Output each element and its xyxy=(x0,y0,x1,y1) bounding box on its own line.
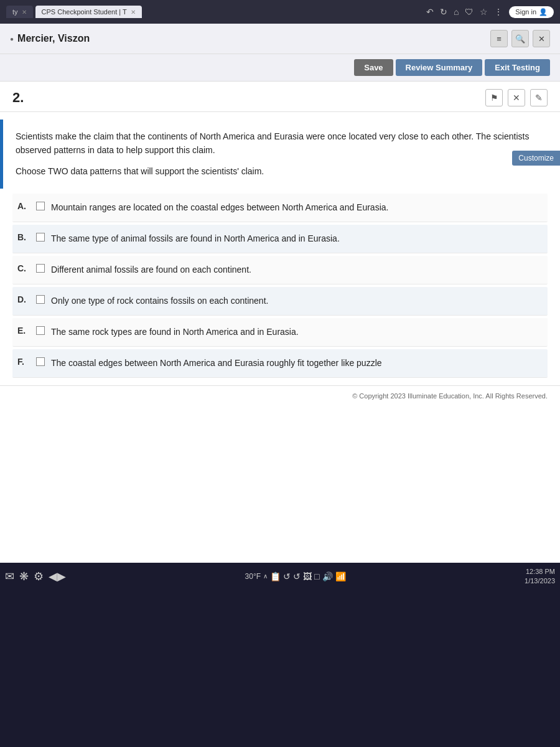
clock-date: 1/13/2023 xyxy=(525,576,555,586)
choice-label-b: B. xyxy=(17,232,30,242)
save-button[interactable]: Save xyxy=(354,59,393,76)
choice-item-c[interactable]: C. Different animal fossils are found on… xyxy=(12,256,548,284)
tab-label: ty xyxy=(12,8,18,16)
choice-item-d[interactable]: D. Only one type of rock contains fossil… xyxy=(12,287,548,316)
content-area: 2. ⚑ ✕ ✎ Scientists make the claim that … xyxy=(0,82,560,563)
passage-text: Scientists make the claim that the conti… xyxy=(16,129,548,157)
choice-text-e: The same rock types are found in North A… xyxy=(51,326,543,339)
choice-label-e: E. xyxy=(17,326,30,336)
choice-label-c: C. xyxy=(17,263,30,273)
search-icon: 🔍 xyxy=(515,34,525,44)
app-footer: © Copyright 2023 Illuminate Education, I… xyxy=(0,385,560,406)
below-app-area xyxy=(0,590,560,747)
close-icon: ✕ xyxy=(538,34,545,44)
tab-active-close-icon[interactable]: ✕ xyxy=(131,9,136,16)
question-actions: ⚑ ✕ ✎ xyxy=(485,89,548,106)
sign-in-label: Sign in xyxy=(515,8,536,16)
time-display: 12:38 PM 1/13/2023 xyxy=(525,567,555,586)
taskbar-sys-icon-3[interactable]: ↺ xyxy=(293,571,301,581)
choice-label-a: A. xyxy=(17,201,30,211)
browser-icons: ↶ ↻ ⌂ 🛡 ☆ ⋮ Sign in 👤 xyxy=(426,6,554,18)
copyright-text: © Copyright 2023 Illuminate Education, I… xyxy=(352,392,548,400)
browser-shield-icon[interactable]: 🛡 xyxy=(465,7,474,17)
choice-text-a: Mountain ranges are located on the coast… xyxy=(51,201,543,214)
tab-bar: ty ✕ CPS Checkpoint Student | T ✕ xyxy=(6,6,421,18)
taskbar-volume-icon[interactable]: 🔊 xyxy=(322,571,333,581)
tab-active[interactable]: CPS Checkpoint Student | T ✕ xyxy=(35,6,142,18)
header-actions: ≡ 🔍 ✕ xyxy=(490,30,550,47)
close-button[interactable]: ✕ xyxy=(533,30,550,47)
temperature-value: 30°F xyxy=(245,572,261,581)
browser-nav-icon[interactable]: ↶ xyxy=(426,7,434,17)
edit-button[interactable]: ✎ xyxy=(530,89,548,106)
choice-item-a[interactable]: A. Mountain ranges are located on the co… xyxy=(12,194,548,222)
taskbar-right: 12:38 PM 1/13/2023 xyxy=(525,567,555,586)
delete-icon: ✕ xyxy=(513,93,520,103)
choice-text-b: The same type of animal fossils are foun… xyxy=(51,232,543,245)
browser-refresh-icon[interactable]: ↻ xyxy=(440,7,447,17)
browser-star-icon[interactable]: ☆ xyxy=(480,7,488,17)
clock-time: 12:38 PM xyxy=(525,567,555,576)
instruction-text: Choose TWO data patterns that will suppo… xyxy=(16,166,548,176)
taskbar-sys-icon-1[interactable]: 📋 xyxy=(270,571,281,581)
edit-icon: ✎ xyxy=(535,93,543,103)
checkbox-a[interactable] xyxy=(36,202,45,210)
taskbar-media-icon[interactable]: ◀▶ xyxy=(49,570,66,583)
answer-choices: A. Mountain ranges are located on the co… xyxy=(0,189,560,385)
taskbar: ✉ ❋ ⚙ ◀▶ 30°F ∧ 📋 ↺ ↺ 🖼 □ 🔊 📶 12:38 PM 1… xyxy=(0,563,560,590)
checkbox-c[interactable] xyxy=(36,264,45,273)
taskbar-center: 30°F ∧ 📋 ↺ ↺ 🖼 □ 🔊 📶 xyxy=(72,571,518,581)
review-summary-button[interactable]: Review Summary xyxy=(396,59,483,76)
choice-label-f: F. xyxy=(17,357,30,367)
taskbar-wifi-icon[interactable]: 📶 xyxy=(335,571,346,581)
tab-inactive[interactable]: ty ✕ xyxy=(6,6,33,18)
checkbox-b[interactable] xyxy=(36,233,45,242)
taskbar-apps-icon[interactable]: ❋ xyxy=(19,570,29,583)
temperature-display: 30°F xyxy=(245,572,261,581)
app-container: Mercier, Viszon ≡ 🔍 ✕ Save Review Summar… xyxy=(0,24,560,563)
taskbar-caret-icon: ∧ xyxy=(263,573,268,580)
choice-text-c: Different animal fossils are found on ea… xyxy=(51,263,543,276)
tab-active-label: CPS Checkpoint Student | T xyxy=(42,8,127,16)
choice-text-d: Only one type of rock contains fossils o… xyxy=(51,294,543,308)
toolbar: Save Review Summary Exit Testing xyxy=(0,54,560,82)
tab-close-icon[interactable]: ✕ xyxy=(22,9,27,16)
question-body: Scientists make the claim that the conti… xyxy=(0,120,560,189)
user-name: Mercier, Viszon xyxy=(10,33,90,44)
browser-chrome: ty ✕ CPS Checkpoint Student | T ✕ ↶ ↻ ⌂ … xyxy=(0,0,560,24)
customize-button[interactable]: Customize xyxy=(512,151,560,166)
choice-label-d: D. xyxy=(17,294,30,304)
browser-home-icon[interactable]: ⌂ xyxy=(454,7,459,17)
choice-text-f: The coastal edges between North America … xyxy=(51,357,543,370)
sign-in-avatar-icon: 👤 xyxy=(539,8,548,16)
search-button[interactable]: 🔍 xyxy=(511,30,529,47)
browser-menu-icon[interactable]: ⋮ xyxy=(494,7,503,17)
taskbar-sys-icon-5[interactable]: □ xyxy=(314,571,319,581)
flag-icon: ⚑ xyxy=(490,93,498,103)
choice-item-f[interactable]: F. The coastal edges between North Ameri… xyxy=(12,349,548,378)
flag-button[interactable]: ⚑ xyxy=(485,89,503,106)
menu-icon: ≡ xyxy=(497,34,502,44)
taskbar-settings-icon[interactable]: ⚙ xyxy=(34,570,44,583)
delete-answer-button[interactable]: ✕ xyxy=(508,89,525,106)
menu-button[interactable]: ≡ xyxy=(490,30,508,47)
choice-item-e[interactable]: E. The same rock types are found in Nort… xyxy=(12,318,548,347)
taskbar-sys-icon-4[interactable]: 🖼 xyxy=(303,571,312,581)
taskbar-left: ✉ ❋ ⚙ ◀▶ xyxy=(5,570,66,583)
question-header: 2. ⚑ ✕ ✎ xyxy=(0,82,560,112)
exit-testing-button[interactable]: Exit Testing xyxy=(485,59,550,76)
checkbox-d[interactable] xyxy=(36,295,45,304)
checkbox-f[interactable] xyxy=(36,357,45,366)
sign-in-button[interactable]: Sign in 👤 xyxy=(509,6,554,18)
taskbar-sys-icon-2[interactable]: ↺ xyxy=(283,571,291,581)
question-number: 2. xyxy=(12,90,24,106)
app-header: Mercier, Viszon ≡ 🔍 ✕ xyxy=(0,24,560,54)
choice-item-b[interactable]: B. The same type of animal fossils are f… xyxy=(12,225,548,253)
checkbox-e[interactable] xyxy=(36,326,45,335)
taskbar-mail-icon[interactable]: ✉ xyxy=(5,570,14,583)
